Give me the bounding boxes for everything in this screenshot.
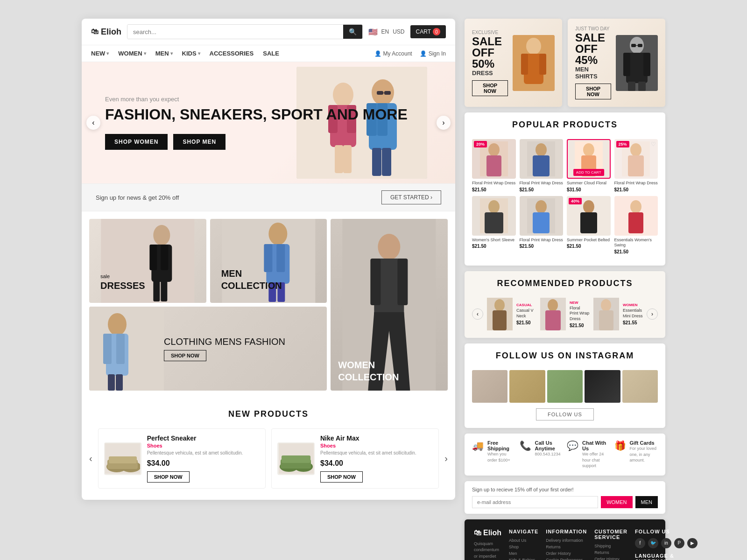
popular-product-name-3: Floral Print Wrap Dress (614, 181, 658, 186)
products-carousel: ‹ Perfect Sn (89, 428, 448, 489)
product-shop-button-1[interactable]: SHOP NOW (320, 471, 363, 483)
popular-product-price-4: $21.50 (472, 244, 516, 249)
facebook-icon[interactable]: f (635, 538, 645, 548)
product-shop-button-0[interactable]: SHOP NOW (147, 471, 190, 483)
popular-product-3[interactable]: 25% ♡ Floral Print Wrap Dress $21.50 (614, 139, 658, 192)
my-account-link[interactable]: 👤 My Account (374, 50, 412, 57)
men-label: MEN (221, 267, 282, 280)
feature-text-call: Call Us Anytime 800.543.1234 (535, 440, 564, 457)
footer-link-men[interactable]: Men (509, 551, 538, 556)
instagram-photo-4[interactable] (622, 370, 658, 403)
shop-women-button[interactable]: SHOP WOMEN (105, 134, 168, 150)
feature-text-gift: Gift Cards For your loved one, in any am… (630, 440, 658, 463)
rec-item-2: Women Essentials Mini Dress $21.55 (593, 298, 643, 330)
footer-information-title: INFORMATION (546, 529, 587, 534)
footer-link-delivery[interactable]: Delivery information (546, 538, 587, 543)
products-prev-button[interactable]: ‹ (89, 453, 92, 464)
feature-title-gift: Gift Cards (630, 440, 658, 446)
hero-prev-button[interactable]: ‹ (86, 116, 100, 130)
popular-product-image-5 (520, 196, 564, 236)
sale-shop-button-1[interactable]: SHOP NOW (472, 80, 508, 96)
instagram-photo-0[interactable] (472, 370, 507, 403)
footer-cs-link-2[interactable]: Order History (594, 557, 627, 560)
dresses-label: DRESSES (100, 280, 145, 292)
logo[interactable]: 🛍 Elioh (91, 27, 121, 37)
email-men-button[interactable]: MEN (635, 496, 658, 508)
email-women-button[interactable]: WOMEN (601, 496, 632, 508)
svg-rect-46 (109, 456, 137, 463)
popular-product-5[interactable]: Floral Print Wrap Dress $21.50 (520, 196, 564, 254)
footer-link-returns[interactable]: Returns (546, 545, 587, 549)
lang-currency: 🇺🇸 EN USD (368, 28, 405, 36)
footer-link-about[interactable]: About Us (509, 538, 538, 543)
instagram-photo-1[interactable] (509, 370, 545, 403)
footer-link-kids[interactable]: Kids & Babies (509, 558, 538, 560)
pinterest-icon[interactable]: P (674, 538, 684, 548)
popular-product-4[interactable]: Women's Short Sleeve $21.50 (472, 196, 516, 254)
popular-product-price-2: $31.50 (567, 187, 611, 192)
nav-accessories[interactable]: ACCESSORIES (210, 50, 254, 57)
footer-information-links: Delivery information Returns Order Histo… (546, 538, 587, 560)
rec-next-button[interactable]: › (647, 308, 658, 320)
footer-link-shop[interactable]: Shop (509, 545, 538, 549)
get-started-button[interactable]: GET STARTED › (381, 190, 441, 204)
youtube-icon[interactable]: ▶ (687, 538, 698, 548)
popular-product-7[interactable]: Essentials Women's Swing $21.50 (614, 196, 658, 254)
right-panel: Exclusive SALE OFF 50% DRESS SHOP NOW (465, 19, 665, 560)
svg-point-31 (378, 234, 401, 260)
add-to-cart-button-2[interactable]: ADD TO CART (573, 169, 604, 176)
popular-product-0[interactable]: 20% Floral Print Wrap Dress $21.50 (472, 139, 516, 192)
clothing-shop-button[interactable]: SHOP NOW (164, 350, 206, 361)
footer-link-cookie[interactable]: Cookie Preferences (546, 558, 587, 560)
feature-sub-call: 800.543.1234 (535, 451, 564, 457)
currency-label[interactable]: USD (393, 28, 404, 35)
sale-shop-button-2[interactable]: SHOP NOW (575, 84, 611, 99)
nav-men[interactable]: MEN▾ (155, 50, 173, 57)
popular-product-name-1: Floral Print Wrap Dress (520, 181, 564, 186)
svg-point-80 (488, 200, 500, 213)
footer-logo[interactable]: 🛍 Elioh (474, 529, 501, 537)
footer-link-order-history[interactable]: Order History (546, 551, 587, 556)
product-image-0 (104, 442, 141, 475)
popular-product-6[interactable]: 40% Summer Pocket Belted $21.50 (567, 196, 611, 254)
email-input[interactable] (472, 496, 598, 508)
category-clothing[interactable]: CLOTHING MENS FASHION SHOP NOW (89, 307, 327, 391)
svg-rect-60 (623, 53, 630, 76)
nav-new[interactable]: NEW▾ (91, 50, 109, 57)
rec-prev-button[interactable]: ‹ (472, 308, 483, 320)
search-button[interactable]: 🔍 (343, 25, 362, 39)
category-sale-dresses[interactable]: sale DRESSES (89, 219, 206, 303)
hero-next-button[interactable]: › (437, 116, 451, 130)
svg-rect-81 (485, 212, 503, 233)
twitter-icon[interactable]: 🐦 (648, 538, 658, 548)
popular-product-image-7 (614, 196, 658, 236)
hero-buttons: SHOP WOMEN SHOP MEN (105, 134, 408, 150)
feature-text-shipping: Free Shipping When you order $100+ (487, 440, 516, 463)
follow-us-button[interactable]: FOLLOW US (536, 408, 594, 420)
flag-icon: 🇺🇸 (368, 28, 378, 36)
products-next-button[interactable]: › (444, 453, 448, 464)
shop-men-button[interactable]: SHOP MEN (173, 134, 226, 150)
hero-text: Even more than you expect FASHION, SNEAK… (105, 96, 408, 150)
linkedin-icon[interactable]: in (661, 538, 671, 548)
nav-sale[interactable]: SALE (263, 50, 279, 57)
popular-product-1[interactable]: Floral Print Wrap Dress $21.50 (520, 139, 564, 192)
search-input[interactable] (127, 25, 343, 39)
svg-rect-96 (545, 310, 561, 330)
footer-cs-link-1[interactable]: Returns (594, 550, 627, 555)
instagram-photo-3[interactable] (585, 370, 620, 403)
signin-link[interactable]: 👤 Sign In (420, 50, 446, 57)
instagram-photo-2[interactable] (547, 370, 583, 403)
popular-product-image-1 (520, 139, 564, 179)
follow-button-wrap: FOLLOW US (472, 408, 658, 420)
category-women[interactable]: WOMEN Collection (331, 219, 448, 391)
nav-women[interactable]: WOMEN▾ (118, 50, 146, 57)
language-label[interactable]: EN (381, 28, 389, 35)
footer-cs-link-0[interactable]: Shipping (594, 544, 627, 548)
cart-button[interactable]: CART 0 (410, 25, 446, 38)
svg-rect-87 (580, 212, 597, 233)
nav-kids[interactable]: KIDS▾ (182, 50, 200, 57)
language-currency-title: LANGUAGE & CURRENCY (635, 553, 698, 560)
category-men[interactable]: MEN Collection (210, 219, 327, 303)
popular-product-2[interactable]: ADD TO CART Summer Cloud Floral $31.50 (567, 139, 611, 192)
